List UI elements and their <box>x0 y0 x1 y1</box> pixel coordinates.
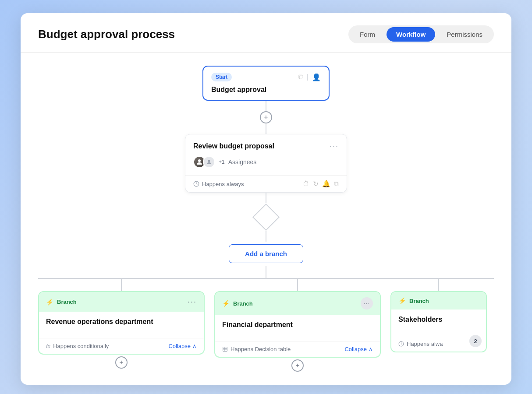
tab-form[interactable]: Form <box>350 27 385 42</box>
fx-icon: fx <box>46 343 50 349</box>
h-line-container <box>38 266 494 278</box>
branch-3-wrapper: ⚡ Branch Stakeholders Happens alwa <box>390 279 487 352</box>
start-node[interactable]: Start ⧉ | 👤 Budget approval <box>202 66 330 101</box>
assignees-label: Assignees <box>228 158 257 165</box>
branch-1-collapse[interactable]: Collapse ∧ <box>168 343 197 349</box>
condition-icons: ⏱ ↻ 🔔 ⧉ <box>303 180 339 188</box>
branch-3-title: Stakeholders <box>398 316 479 324</box>
clock-icon[interactable]: ⏱ <box>303 180 309 188</box>
review-node-menu[interactable]: ··· <box>330 141 339 151</box>
avatar-group <box>193 156 215 168</box>
branch-2-collapse[interactable]: Collapse ∧ <box>344 346 373 352</box>
branch-1-condition: fx Happens conditionally <box>46 343 109 349</box>
branch-3-label: Branch <box>409 298 429 304</box>
branch-card-2[interactable]: ⚡ Branch ··· Financial department <box>214 291 381 358</box>
flow-area: Start ⧉ | 👤 Budget approval + <box>38 66 494 372</box>
branch-1-body: Revenue operations department <box>39 312 204 338</box>
branches-area: ⚡ Branch ··· Revenue operations departme… <box>38 266 494 372</box>
branch-1-header: ⚡ Branch ··· <box>39 292 204 312</box>
branch-2-header: ⚡ Branch ··· <box>215 292 380 315</box>
branch-1-label: Branch <box>57 299 77 305</box>
condition-label: Happens always <box>193 181 244 187</box>
svg-rect-3 <box>223 347 227 352</box>
branch-2-wrapper: ⚡ Branch ··· Financial department <box>214 279 381 372</box>
branch-3-label-group: ⚡ Branch <box>398 297 429 304</box>
copy2-icon[interactable]: ⧉ <box>334 180 339 188</box>
svg-point-0 <box>198 159 201 162</box>
branch-3-condition: Happens alwa <box>398 341 443 347</box>
start-node-header: Start ⧉ | 👤 <box>211 73 321 81</box>
branch-1-vline <box>121 279 122 291</box>
assignees-row: +1 Assignees <box>193 156 339 168</box>
branch-2-plus-container: + <box>291 359 304 372</box>
branch-2-label-group: ⚡ Branch <box>222 300 253 307</box>
branch-2-icon: ⚡ <box>222 300 230 307</box>
branch-1-menu[interactable]: ··· <box>188 297 197 306</box>
chevron-up-2: ∧ <box>369 346 373 352</box>
branch-2-label: Branch <box>233 300 253 307</box>
header: Budget approval process Form Workflow Pe… <box>21 13 511 53</box>
branch-1-icon: ⚡ <box>46 299 53 306</box>
plus-count: +1 <box>219 159 225 165</box>
tab-workflow[interactable]: Workflow <box>387 27 435 42</box>
branch-1-plus-container: + <box>115 356 128 369</box>
svg-point-1 <box>208 160 210 162</box>
branch-1-footer: fx Happens conditionally Collapse ∧ <box>39 338 204 354</box>
branch-3-condition-text: Happens alwa <box>407 341 443 347</box>
condition-text: Happens always <box>202 181 244 187</box>
app-container: Budget approval process Form Workflow Pe… <box>21 13 511 385</box>
branch-3-body: Stakeholders <box>391 310 486 336</box>
tab-permissions[interactable]: Permissions <box>437 27 492 42</box>
branch-3-icon: ⚡ <box>398 297 406 304</box>
review-node[interactable]: Review budget proposal ··· <box>185 134 347 193</box>
branches-row: ⚡ Branch ··· Revenue operations departme… <box>38 279 494 372</box>
branch-2-body: Financial department <box>215 315 380 341</box>
branch-card-3[interactable]: ⚡ Branch Stakeholders Happens alwa <box>390 291 487 352</box>
table-icon <box>222 346 228 352</box>
connector-4 <box>266 231 266 242</box>
diamond-shape <box>252 204 280 231</box>
branch-1-wrapper: ⚡ Branch ··· Revenue operations departme… <box>38 279 205 369</box>
copy-icon[interactable]: ⧉ <box>298 73 303 81</box>
dots-icon-2: ··· <box>364 300 370 307</box>
person-settings-icon[interactable]: 👤 <box>312 73 321 81</box>
avatar-placeholder <box>203 156 215 168</box>
branch-2-condition-text: Happens Decision table <box>231 346 291 352</box>
branch-2-condition: Happens Decision table <box>222 346 291 352</box>
add-step-btn-1[interactable]: + <box>260 111 272 123</box>
chevron-up-1: ∧ <box>192 343 197 349</box>
connector-2 <box>266 123 266 134</box>
connector-3 <box>266 193 266 203</box>
workflow-canvas: Start ⧉ | 👤 Budget approval + <box>21 53 511 385</box>
start-node-section: Start ⧉ | 👤 Budget approval + <box>202 66 330 134</box>
branch-2-menu-active[interactable]: ··· <box>361 297 373 310</box>
diamond-container <box>256 208 276 227</box>
add-branch-button[interactable]: Add a branch <box>229 244 303 263</box>
branch-2-footer: Happens Decision table Collapse ∧ <box>215 341 380 357</box>
branch-2-title: Financial department <box>222 321 373 329</box>
review-node-body: Review budget proposal ··· <box>185 134 347 175</box>
collapse-1-label: Collapse <box>168 343 191 349</box>
branch-2-add-btn[interactable]: + <box>291 359 304 372</box>
branch-1-add-btn[interactable]: + <box>115 356 128 369</box>
branch-3-vline <box>438 279 439 291</box>
bell-icon[interactable]: 🔔 <box>322 180 330 188</box>
review-node-footer: Happens always ⏱ ↻ 🔔 ⧉ <box>185 175 347 192</box>
always-icon <box>398 341 404 347</box>
review-node-title: Review budget proposal <box>193 142 274 150</box>
connector-1 <box>266 101 266 111</box>
overflow-badge: 2 <box>469 335 482 347</box>
branch-3-header: ⚡ Branch <box>391 292 486 310</box>
branch-1-title: Revenue operations department <box>46 318 197 326</box>
repeat-icon[interactable]: ↻ <box>313 180 319 188</box>
tab-group: Form Workflow Permissions <box>348 25 494 43</box>
center-vline <box>266 266 266 278</box>
branch-1-condition-text: Happens conditionally <box>53 343 109 349</box>
branch-card-1[interactable]: ⚡ Branch ··· Revenue operations departme… <box>38 291 205 355</box>
review-node-header: Review budget proposal ··· <box>193 141 339 151</box>
page-title: Budget approval process <box>38 28 175 41</box>
start-badge: Start <box>211 73 232 81</box>
start-node-icons: ⧉ | 👤 <box>298 73 321 81</box>
condition-icon <box>193 181 199 187</box>
collapse-2-label: Collapse <box>344 346 367 352</box>
